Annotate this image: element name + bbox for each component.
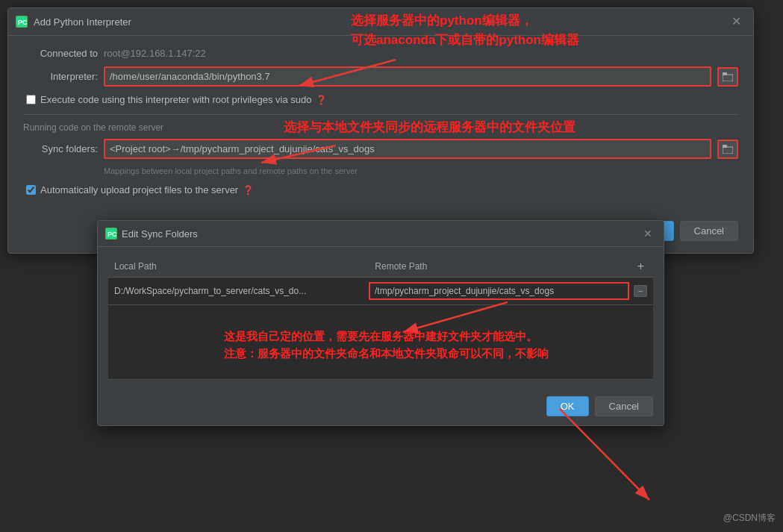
add-row-icon[interactable]: + xyxy=(634,260,647,273)
sub-dialog: PC Edit Sync Folders ✕ Local Path Remote… xyxy=(97,220,664,426)
auto-upload-label: Automatically upload project files to th… xyxy=(40,184,238,195)
dialog-title: Add Python Interpreter xyxy=(34,16,721,28)
svg-rect-4 xyxy=(723,147,733,154)
sync-mapping-note: Mappings between local project paths and… xyxy=(104,166,738,175)
local-path-cell: D:/WorkSpace/pycharm_to_server/cats_vs_d… xyxy=(114,286,369,296)
watermark: @CSDN博客 xyxy=(723,512,776,525)
interpreter-row: Interpreter: xyxy=(23,66,738,87)
svg-rect-3 xyxy=(723,72,727,75)
connected-row: Connected to root@192.168.1.147:22 xyxy=(23,48,738,59)
dialog-body: Connected to root@192.168.1.147:22 Inter… xyxy=(8,36,753,213)
sudo-label: Execute code using this interpreter with… xyxy=(40,94,311,105)
interpreter-browse-button[interactable] xyxy=(717,67,738,87)
sub-dialog-title: Edit Sync Folders xyxy=(122,228,635,240)
remote-path-cell[interactable]: /tmp/pycharm_project_dujunjie/cats_vs_do… xyxy=(369,282,629,300)
remove-row-button[interactable]: − xyxy=(634,285,647,297)
dialog-titlebar: PC Add Python Interpreter ✕ xyxy=(8,8,753,36)
svg-text:PC: PC xyxy=(18,19,27,26)
sub-dialog-cancel-button[interactable]: Cancel xyxy=(595,396,653,416)
interpreter-input[interactable] xyxy=(104,66,711,87)
sync-folders-browse-button[interactable] xyxy=(717,140,738,159)
connected-to-value: root@192.168.1.147:22 xyxy=(104,48,738,59)
svg-text:PC: PC xyxy=(107,231,116,238)
sync-folders-row: Sync folders: xyxy=(23,139,738,159)
sudo-checkbox-row: Execute code using this interpreter with… xyxy=(23,94,738,105)
sub-dialog-footer: OK Cancel xyxy=(98,389,664,425)
main-dialog: PC Add Python Interpreter ✕ Connected to… xyxy=(7,7,754,254)
sub-dialog-titlebar: PC Edit Sync Folders ✕ xyxy=(98,221,664,247)
sub-dialog-body: Local Path Remote Path + D:/WorkSpace/py… xyxy=(98,247,664,389)
cancel-button[interactable]: Cancel xyxy=(680,221,738,241)
connected-label: Connected to xyxy=(23,48,98,59)
row-actions: − xyxy=(634,285,647,297)
auto-upload-checkbox[interactable] xyxy=(26,185,36,195)
table-empty-area xyxy=(108,305,653,380)
sync-folders-label: Sync folders: xyxy=(23,143,98,154)
sync-folders-input[interactable] xyxy=(104,139,711,159)
ok-button[interactable]: OK xyxy=(546,396,589,416)
col-local-path: Local Path xyxy=(114,261,375,272)
col-remote-path: Remote Path xyxy=(375,261,629,272)
help-icon[interactable]: ❓ xyxy=(316,95,327,105)
table-header: Local Path Remote Path + xyxy=(108,256,653,278)
auto-upload-row: Automatically upload project files to th… xyxy=(23,184,738,195)
sub-dialog-pycharm-icon: PC xyxy=(105,228,117,240)
auto-upload-help-icon[interactable]: ❓ xyxy=(243,185,254,195)
svg-rect-5 xyxy=(723,145,727,148)
pycharm-icon: PC xyxy=(16,16,28,28)
interpreter-label: Interpreter: xyxy=(23,71,98,82)
table-row: D:/WorkSpace/pycharm_to_server/cats_vs_d… xyxy=(108,278,653,305)
close-icon[interactable]: ✕ xyxy=(727,14,746,29)
section-label: Running code on the remote server xyxy=(23,114,738,133)
svg-rect-2 xyxy=(723,75,733,81)
sub-dialog-close-icon[interactable]: ✕ xyxy=(640,226,656,241)
sudo-checkbox[interactable] xyxy=(26,95,36,104)
